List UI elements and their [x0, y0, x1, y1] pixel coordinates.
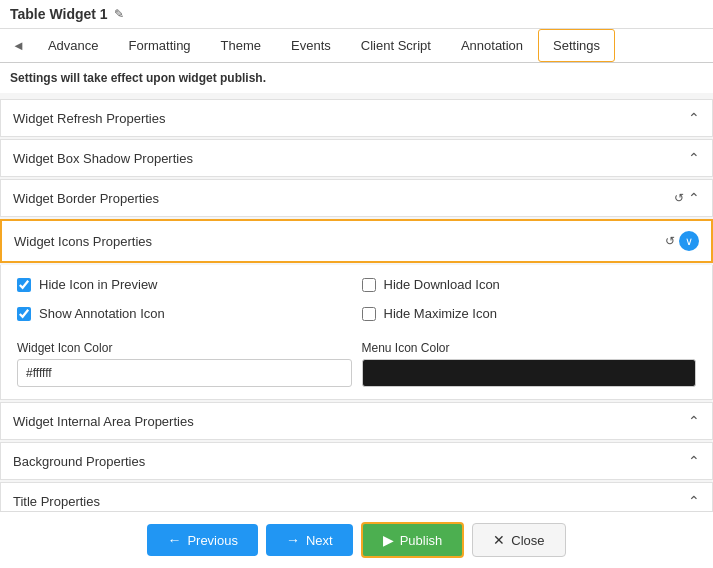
main-window: Table Widget 1 ✎ ◄ Advance Formatting Th… — [0, 0, 713, 568]
tab-theme[interactable]: Theme — [206, 29, 276, 62]
edit-title-icon[interactable]: ✎ — [114, 7, 124, 21]
chevron-up-icon-internal: ⌃ — [688, 413, 700, 429]
next-icon: → — [286, 532, 300, 548]
title-bar: Table Widget 1 ✎ — [0, 0, 713, 29]
section-refresh-icons: ⌃ — [688, 110, 700, 126]
section-border[interactable]: Widget Border Properties ↺ ⌃ — [0, 179, 713, 217]
section-background-icons: ⌃ — [688, 453, 700, 469]
refresh-icon-border[interactable]: ↺ — [674, 191, 684, 205]
section-title-props[interactable]: Title Properties ⌃ — [0, 482, 713, 511]
section-icons-controls: ↺ ∨ — [665, 231, 699, 251]
hide-icon-preview-label: Hide Icon in Preview — [39, 277, 158, 292]
chevron-up-icon-background: ⌃ — [688, 453, 700, 469]
checkbox-hide-maximize: Hide Maximize Icon — [362, 306, 697, 321]
settings-note: Settings will take effect upon widget pu… — [0, 63, 713, 93]
widget-icon-color-field: Widget Icon Color #ffffff — [17, 341, 352, 387]
checkboxes-grid: Hide Icon in Preview Hide Download Icon … — [17, 277, 696, 329]
tab-back-arrow[interactable]: ◄ — [4, 30, 33, 61]
section-refresh[interactable]: Widget Refresh Properties ⌃ — [0, 99, 713, 137]
hide-maximize-checkbox[interactable] — [362, 307, 376, 321]
widget-icon-color-label: Widget Icon Color — [17, 341, 352, 355]
checkbox-hide-icon-preview: Hide Icon in Preview — [17, 277, 352, 292]
section-shadow-title: Widget Box Shadow Properties — [13, 151, 193, 166]
tab-events[interactable]: Events — [276, 29, 346, 62]
next-button[interactable]: → Next — [266, 524, 353, 556]
chevron-up-icon-border: ⌃ — [688, 190, 700, 206]
previous-icon: ← — [167, 532, 181, 548]
menu-icon-color-swatch[interactable] — [362, 359, 697, 387]
section-border-icons: ↺ ⌃ — [674, 190, 700, 206]
section-icons-title: Widget Icons Properties — [14, 234, 152, 249]
footer: ← Previous → Next ▶ Publish ✕ Close — [0, 511, 713, 568]
chevron-up-icon-refresh: ⌃ — [688, 110, 700, 126]
section-refresh-title: Widget Refresh Properties — [13, 111, 165, 126]
checkbox-show-annotation: Show Annotation Icon — [17, 306, 352, 321]
section-shadow[interactable]: Widget Box Shadow Properties ⌃ — [0, 139, 713, 177]
close-button[interactable]: ✕ Close — [472, 523, 565, 557]
chevron-down-blue-icon[interactable]: ∨ — [679, 231, 699, 251]
tab-formatting[interactable]: Formatting — [113, 29, 205, 62]
section-internal-icons: ⌃ — [688, 413, 700, 429]
menu-icon-color-field: Menu Icon Color — [362, 341, 697, 387]
section-background-title: Background Properties — [13, 454, 145, 469]
section-border-title: Widget Border Properties — [13, 191, 159, 206]
close-icon: ✕ — [493, 532, 505, 548]
section-title-props-title: Title Properties — [13, 494, 100, 509]
hide-icon-preview-checkbox[interactable] — [17, 278, 31, 292]
icons-content: Hide Icon in Preview Hide Download Icon … — [0, 265, 713, 400]
menu-icon-color-label: Menu Icon Color — [362, 341, 697, 355]
color-fields: Widget Icon Color #ffffff Menu Icon Colo… — [17, 341, 696, 387]
show-annotation-label: Show Annotation Icon — [39, 306, 165, 321]
content-area: Widget Refresh Properties ⌃ Widget Box S… — [0, 93, 713, 511]
section-internal[interactable]: Widget Internal Area Properties ⌃ — [0, 402, 713, 440]
section-shadow-icons: ⌃ — [688, 150, 700, 166]
tab-settings[interactable]: Settings — [538, 29, 615, 62]
section-background[interactable]: Background Properties ⌃ — [0, 442, 713, 480]
hide-download-label: Hide Download Icon — [384, 277, 500, 292]
publish-button[interactable]: ▶ Publish — [361, 522, 465, 558]
tabs-bar: ◄ Advance Formatting Theme Events Client… — [0, 29, 713, 63]
section-title-props-icons: ⌃ — [688, 493, 700, 509]
previous-button[interactable]: ← Previous — [147, 524, 258, 556]
checkbox-hide-download: Hide Download Icon — [362, 277, 697, 292]
section-icons[interactable]: Widget Icons Properties ↺ ∨ — [0, 219, 713, 263]
tab-annotation[interactable]: Annotation — [446, 29, 538, 62]
chevron-up-icon-title: ⌃ — [688, 493, 700, 509]
hide-maximize-label: Hide Maximize Icon — [384, 306, 497, 321]
refresh-icon-icons[interactable]: ↺ — [665, 234, 675, 248]
tab-client-script[interactable]: Client Script — [346, 29, 446, 62]
tab-advance[interactable]: Advance — [33, 29, 114, 62]
section-internal-title: Widget Internal Area Properties — [13, 414, 194, 429]
show-annotation-checkbox[interactable] — [17, 307, 31, 321]
publish-icon: ▶ — [383, 532, 394, 548]
widget-icon-color-input[interactable]: #ffffff — [17, 359, 352, 387]
hide-download-checkbox[interactable] — [362, 278, 376, 292]
window-title: Table Widget 1 — [10, 6, 108, 22]
chevron-up-icon-shadow: ⌃ — [688, 150, 700, 166]
